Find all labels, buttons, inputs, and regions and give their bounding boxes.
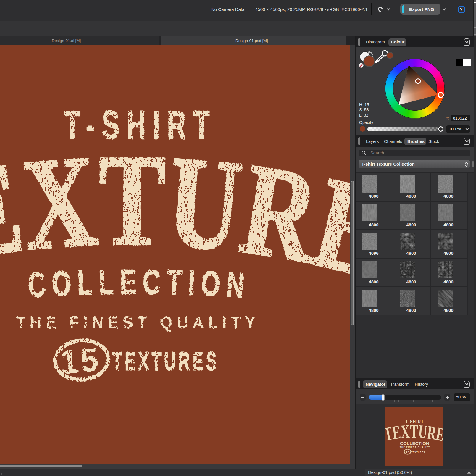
- svg-text:TEXTURES: TEXTURES: [112, 346, 220, 376]
- svg-text:THE FINEST QUALITY: THE FINEST QUALITY: [400, 446, 430, 448]
- svg-text:TEXTURES: TEXTURES: [411, 451, 425, 454]
- svg-text:THE FINEST QUALITY: THE FINEST QUALITY: [16, 313, 260, 332]
- svg-text:COLLECTION: COLLECTION: [400, 441, 429, 446]
- svg-text:15: 15: [406, 450, 410, 454]
- svg-text:COLLECTION: COLLECTION: [27, 262, 252, 305]
- svg-text:15: 15: [59, 341, 102, 380]
